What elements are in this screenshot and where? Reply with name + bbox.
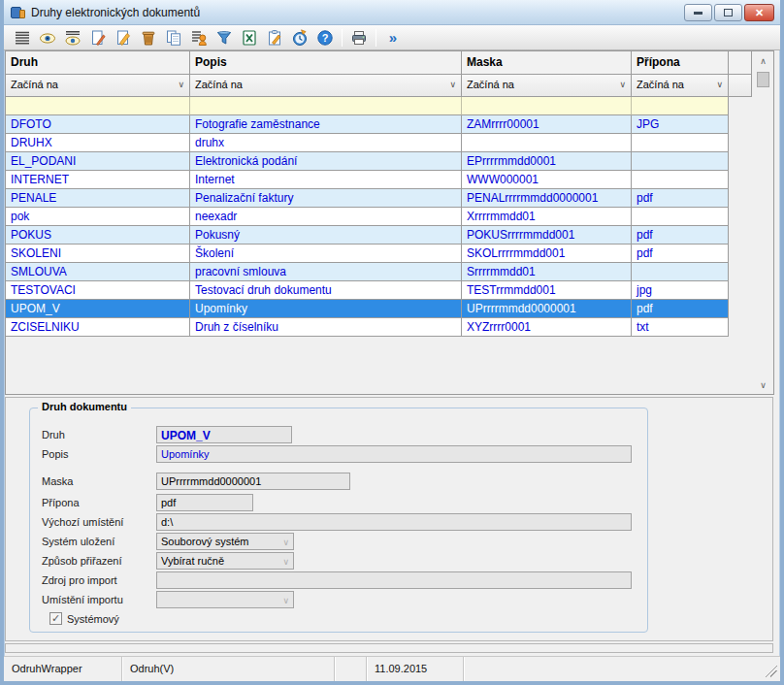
column-header-pripona[interactable]: Přípona xyxy=(632,51,729,75)
cell-popis[interactable]: Pokusný xyxy=(190,226,462,245)
menu-button[interactable] xyxy=(10,27,35,49)
edit-record-button[interactable] xyxy=(111,27,136,49)
cell-maska[interactable]: Srrrrmmdd01 xyxy=(462,263,632,281)
cell-druh[interactable]: UPOM_V xyxy=(6,300,190,318)
cell-maska[interactable]: Xrrrrmmdd01 xyxy=(462,208,632,226)
table-row[interactable]: DRUHXdruhx xyxy=(6,134,773,152)
cell-maska[interactable]: ZAMrrrr00001 xyxy=(462,115,632,134)
table-row[interactable]: SMLOUVApracovní smlouvaSrrrrmmdd01 xyxy=(6,263,773,281)
minimize-button[interactable] xyxy=(684,4,712,21)
table-row[interactable]: SKOLENIŠkoleníSKOLrrrrmmdd001pdf xyxy=(6,245,773,263)
more-button[interactable]: » xyxy=(380,27,406,49)
cell-pripona[interactable] xyxy=(632,208,729,226)
delete-record-button[interactable] xyxy=(136,27,161,49)
copy-record-button[interactable] xyxy=(161,27,186,49)
scroll-up-button[interactable]: ∧ xyxy=(755,52,771,69)
view-detail-button[interactable] xyxy=(60,27,85,49)
cell-druh[interactable]: SMLOUVA xyxy=(6,263,190,281)
table-row[interactable]: pokneexadrXrrrrmmdd01 xyxy=(6,208,773,226)
cell-pripona[interactable] xyxy=(632,263,729,281)
umisteni-importu-combo[interactable]: ∨ xyxy=(156,591,294,608)
zdroj-pro-import-field[interactable] xyxy=(156,571,632,589)
print-button[interactable] xyxy=(346,27,372,49)
cell-druh[interactable]: SKOLENI xyxy=(6,245,190,263)
cell-popis[interactable]: Druh z číselníku xyxy=(190,318,462,337)
cell-druh[interactable]: DFOTO xyxy=(6,115,190,134)
table-row[interactable]: ZCISELNIKUDruh z číselníkuXYZrrrr0001txt xyxy=(6,318,773,337)
filter-input-druh[interactable] xyxy=(6,97,190,115)
cell-druh[interactable]: PENALE xyxy=(6,189,190,208)
export-excel-button[interactable] xyxy=(237,27,262,49)
cell-pripona[interactable]: pdf xyxy=(632,226,729,245)
cell-druh[interactable]: ZCISELNIKU xyxy=(6,318,190,337)
filter-button[interactable] xyxy=(212,27,237,49)
cell-maska[interactable]: SKOLrrrrmmdd001 xyxy=(462,245,632,263)
cell-popis[interactable]: neexadr xyxy=(190,208,462,226)
filter-combo-popis[interactable]: Začíná na∨ xyxy=(190,75,462,97)
cell-pripona[interactable] xyxy=(632,134,729,152)
cell-pripona[interactable]: jpg xyxy=(632,281,729,300)
close-button[interactable]: ✕ xyxy=(744,4,774,21)
filter-input-pripona[interactable] xyxy=(632,97,729,115)
cell-pripona[interactable] xyxy=(632,171,729,189)
cell-pripona[interactable]: txt xyxy=(632,318,729,337)
cell-popis[interactable]: Penalizační faktury xyxy=(190,189,462,208)
column-header-druh[interactable]: Druh xyxy=(6,51,190,75)
cell-popis[interactable]: Fotografie zaměstnance xyxy=(190,115,462,134)
cell-pripona[interactable]: JPG xyxy=(632,115,729,134)
record-list-button[interactable] xyxy=(186,27,212,49)
cell-popis[interactable]: Internet xyxy=(190,171,462,189)
cell-popis[interactable]: Školení xyxy=(190,245,462,263)
filter-combo-maska[interactable]: Začíná na∨ xyxy=(462,75,632,97)
cell-popis[interactable]: Upomínky xyxy=(190,300,462,318)
table-row[interactable]: TESTOVACITestovací druh dokumentuTESTrrm… xyxy=(6,281,773,300)
cell-maska[interactable]: EPrrrrmmdd0001 xyxy=(462,152,632,171)
cell-maska[interactable]: XYZrrrr0001 xyxy=(462,318,632,337)
cell-maska[interactable]: WWW000001 xyxy=(462,171,632,189)
system-ulozeni-combo[interactable]: Souborový systém∨ xyxy=(156,533,294,550)
maska-field[interactable]: UPrrrrmmdd0000001 xyxy=(156,473,350,490)
new-record-button[interactable] xyxy=(85,27,111,49)
cell-maska[interactable]: TESTrrmmdd001 xyxy=(462,281,632,300)
cell-druh[interactable]: pok xyxy=(6,208,190,226)
table-row[interactable]: POKUSPokusnýPOKUSrrrrmmdd001pdf xyxy=(6,226,773,245)
system-checkbox[interactable]: ✓ xyxy=(49,612,62,625)
filter-input-popis[interactable] xyxy=(190,97,462,115)
table-row[interactable]: DFOTOFotografie zaměstnanceZAMrrrr00001J… xyxy=(6,115,773,134)
cell-druh[interactable]: DRUHX xyxy=(6,134,190,152)
cell-popis[interactable]: pracovní smlouva xyxy=(190,263,462,281)
table-row[interactable]: INTERNETInternetWWW000001 xyxy=(6,171,773,189)
cell-pripona[interactable]: pdf xyxy=(632,300,729,318)
filter-input-maska[interactable] xyxy=(462,97,632,115)
filter-combo-pripona[interactable]: Začíná na∨ xyxy=(632,75,729,97)
cell-maska[interactable]: UPrrrrmmdd0000001 xyxy=(462,300,632,318)
vertical-scrollbar[interactable]: ∧ ∨ xyxy=(755,52,771,393)
vychozi-umisteni-field[interactable]: d:\ xyxy=(156,513,632,531)
filter-combo-druh[interactable]: Začíná na∨ xyxy=(6,75,190,97)
cell-pripona[interactable]: pdf xyxy=(632,245,729,263)
table-row[interactable]: UPOM_VUpomínkyUPrrrrmmdd0000001pdf xyxy=(6,300,773,318)
resize-grip-icon[interactable] xyxy=(766,666,777,677)
restore-button[interactable] xyxy=(714,4,742,21)
popis-field[interactable]: Upomínky xyxy=(156,445,632,463)
help-button[interactable]: ? xyxy=(312,27,338,49)
table-row[interactable]: PENALEPenalizační fakturyPENALrrrrmmdd00… xyxy=(6,189,773,208)
cell-druh[interactable]: POKUS xyxy=(6,226,190,245)
cell-popis[interactable]: Testovací druh dokumentu xyxy=(190,281,462,300)
column-header-popis[interactable]: Popis xyxy=(190,51,462,75)
scrollbar-thumb[interactable] xyxy=(757,72,769,87)
cell-pripona[interactable]: pdf xyxy=(632,189,729,208)
table-row[interactable]: EL_PODANIElektronická podáníEPrrrrmmdd00… xyxy=(6,152,773,171)
zpusob-prirazeni-combo[interactable]: Vybírat ručně∨ xyxy=(156,552,294,570)
history-button[interactable] xyxy=(287,27,312,49)
cell-druh[interactable]: INTERNET xyxy=(6,171,190,189)
scroll-down-button[interactable]: ∨ xyxy=(755,376,771,393)
cell-druh[interactable]: TESTOVACI xyxy=(6,281,190,300)
cell-popis[interactable]: druhx xyxy=(190,134,462,152)
cell-maska[interactable]: POKUSrrrrmmdd001 xyxy=(462,226,632,245)
cell-druh[interactable]: EL_PODANI xyxy=(6,152,190,171)
cell-maska[interactable]: PENALrrrrmmdd0000001 xyxy=(462,189,632,208)
druh-field[interactable]: UPOM_V xyxy=(156,426,292,443)
cell-popis[interactable]: Elektronická podání xyxy=(190,152,462,171)
column-header-maska[interactable]: Maska xyxy=(462,51,632,75)
